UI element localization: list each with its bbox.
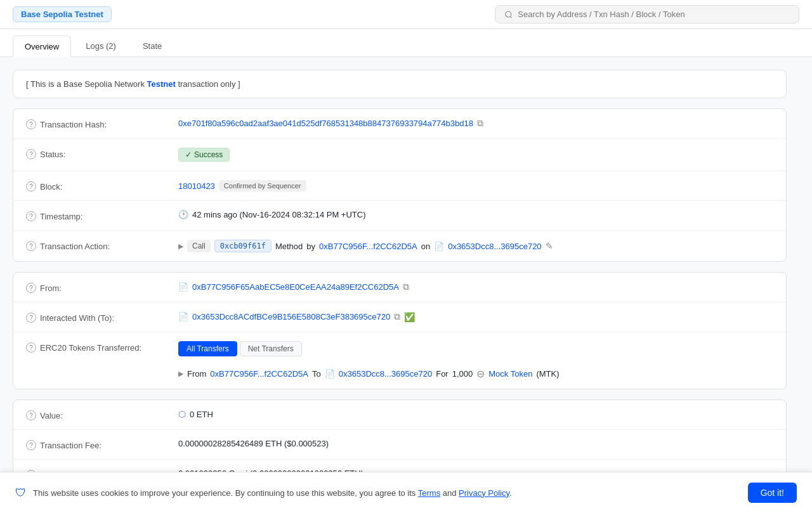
action-arrow-icon: ▶: [178, 242, 183, 250]
erc20-help-icon: ?: [26, 342, 36, 353]
row-fee: ? Transaction Fee: 0.00000028285426489 E…: [13, 430, 786, 460]
block-label: ? Block:: [26, 180, 166, 192]
status-help-icon: ?: [26, 149, 36, 159]
banner-suffix: transaction only ]: [176, 79, 240, 89]
action-label: ? Transaction Action:: [26, 240, 166, 251]
verified-icon: ✅: [404, 312, 415, 322]
timestamp-help-icon: ?: [26, 211, 36, 221]
transfer-to-icon: 📄: [325, 369, 335, 379]
cookie-banner: 🛡 This website uses cookies to improve y…: [0, 472, 812, 513]
value-label: ? Value:: [26, 409, 166, 420]
status-value: ✓ Success: [178, 148, 773, 162]
testnet-banner: [ This is a Base Sepolia Network Testnet…: [13, 70, 787, 98]
block-link[interactable]: 18010423: [178, 181, 215, 191]
transfer-arrow-icon: ▶: [178, 370, 183, 378]
interacted-label: ? Interacted With (To):: [26, 311, 166, 323]
row-action: ? Transaction Action: ▶ Call 0xcb09f61f …: [13, 231, 786, 261]
transfer-tabs: All Transfers Net Transfers: [178, 341, 773, 356]
tab-overview[interactable]: Overview: [13, 36, 71, 57]
from-file-icon: 📄: [178, 282, 188, 292]
all-transfers-tab[interactable]: All Transfers: [178, 341, 237, 356]
transfer-symbol: (MTK): [536, 369, 559, 379]
transaction-detail-card: ? Transaction Hash: 0xe701f80a596c0ad2aa…: [13, 108, 787, 262]
action-method-label: Method: [275, 242, 303, 251]
got-it-button[interactable]: Got it!: [748, 483, 797, 503]
token-minus-icon: ⊖: [476, 368, 485, 380]
search-input[interactable]: [518, 10, 790, 19]
row-status: ? Status: ✓ Success: [13, 139, 786, 171]
svg-point-0: [506, 11, 511, 16]
action-from-addr[interactable]: 0xB77C956F...f2CC62D5A: [319, 242, 417, 251]
net-transfers-tab[interactable]: Net Transfers: [240, 341, 302, 356]
transfer-token[interactable]: Mock Token: [488, 369, 532, 379]
status-label: ? Status:: [26, 148, 166, 159]
hash-value: 0xe701f80a596c0ad2aaf3ae041d525df7685313…: [178, 118, 773, 129]
search-icon: [504, 10, 513, 19]
fee-value: 0.00000028285426489 ETH ($0.000523): [178, 439, 773, 448]
transfer-to-label: To: [312, 369, 321, 379]
interacted-file-icon: 📄: [178, 312, 188, 321]
transaction-detail-card-2: ? From: 📄 0xB77C956F65AabEC5e8E0CeEAA24a…: [13, 272, 787, 389]
copy-interacted-icon[interactable]: ⧉: [394, 311, 400, 322]
timestamp-value: 🕐 42 mins ago (Nov-16-2024 08:32:14 PM +…: [178, 210, 773, 219]
call-badge: Call: [187, 240, 211, 252]
main-content: [ This is a Base Sepolia Network Testnet…: [0, 57, 799, 513]
tab-logs[interactable]: Logs (2): [74, 36, 128, 56]
method-badge: 0xcb09f61f: [214, 240, 272, 252]
confirmed-badge: Confirmed by Sequencer: [219, 180, 306, 192]
testnet-link: Testnet: [147, 79, 176, 89]
tab-bar: Overview Logs (2) State: [0, 29, 812, 57]
transfer-for-label: For: [436, 369, 449, 379]
logo-badge: Base Sepolia Testnet: [13, 6, 112, 22]
eth-icon: ⬡: [178, 409, 186, 419]
clock-icon: 🕐: [178, 210, 188, 219]
copy-from-icon[interactable]: ⧉: [403, 282, 409, 292]
banner-prefix: [ This is a Base Sepolia Network: [26, 79, 147, 89]
from-help-icon: ?: [26, 283, 36, 293]
hash-help-icon: ?: [26, 119, 36, 129]
row-block: ? Block: 18010423 Confirmed by Sequencer: [13, 171, 786, 201]
edit-icon[interactable]: ✎: [546, 241, 553, 251]
interacted-help-icon: ?: [26, 313, 36, 323]
row-from: ? From: 📄 0xB77C956F65AabEC5e8E0CeEAA24a…: [13, 273, 786, 302]
from-address[interactable]: 0xB77C956F65AabEC5e8E0CeEAA24a89Ef2CC62D…: [192, 282, 399, 292]
hash-label: ? Transaction Hash:: [26, 118, 166, 129]
contract-file-icon: 📄: [434, 242, 444, 251]
value-amount: ⬡ 0 ETH: [178, 409, 773, 419]
row-interacted: ? Interacted With (To): 📄 0x3653Dcc8ACdf…: [13, 302, 786, 332]
interacted-address[interactable]: 0x3653Dcc8ACdfBCe9B156E5808C3eF383695ce7…: [192, 312, 390, 321]
search-bar[interactable]: [495, 5, 799, 23]
transfer-to-addr[interactable]: 0x3653Dcc8...3695ce720: [339, 369, 432, 379]
action-by: by: [306, 242, 315, 251]
action-contract[interactable]: 0x3653Dcc8...3695ce720: [448, 242, 541, 251]
status-badge: ✓ Success: [178, 148, 230, 162]
top-bar: Base Sepolia Testnet: [0, 0, 812, 29]
row-hash: ? Transaction Hash: 0xe701f80a596c0ad2aa…: [13, 109, 786, 139]
check-icon: ✓: [185, 150, 192, 159]
interacted-value: 📄 0x3653Dcc8ACdfBCe9B156E5808C3eF383695c…: [178, 311, 773, 322]
privacy-link[interactable]: Privacy Policy: [459, 488, 509, 498]
from-value: 📄 0xB77C956F65AabEC5e8E0CeEAA24a89Ef2CC6…: [178, 282, 773, 292]
erc20-value: All Transfers Net Transfers ▶ From 0xB77…: [178, 341, 773, 380]
transfer-from-label: From: [187, 369, 206, 379]
erc20-label: ? ERC20 Tokens Transferred:: [26, 341, 166, 353]
action-value: ▶ Call 0xcb09f61f Method by 0xB77C956F..…: [178, 240, 773, 252]
transfer-row: ▶ From 0xB77C956F...f2CC62D5A To 📄 0x365…: [178, 368, 773, 380]
hash-text: 0xe701f80a596c0ad2aaf3ae041d525df7685313…: [178, 119, 473, 128]
block-value: 18010423 Confirmed by Sequencer: [178, 180, 773, 192]
cookie-content: 🛡 This website uses cookies to improve y…: [15, 486, 748, 500]
copy-hash-icon[interactable]: ⧉: [477, 118, 483, 129]
value-help-icon: ?: [26, 410, 36, 420]
row-value: ? Value: ⬡ 0 ETH: [13, 400, 786, 430]
tab-state[interactable]: State: [131, 36, 174, 56]
from-label: ? From:: [26, 282, 166, 293]
terms-link[interactable]: Terms: [418, 488, 440, 498]
cookie-shield-icon: 🛡: [15, 486, 27, 500]
block-help-icon: ?: [26, 181, 36, 192]
fee-help-icon: ?: [26, 440, 36, 450]
timestamp-label: ? Timestamp:: [26, 210, 166, 221]
svg-line-1: [510, 16, 511, 17]
transfer-from-addr[interactable]: 0xB77C956F...f2CC62D5A: [210, 369, 308, 379]
fee-label: ? Transaction Fee:: [26, 439, 166, 450]
cookie-text: This website uses cookies to improve you…: [33, 488, 512, 498]
